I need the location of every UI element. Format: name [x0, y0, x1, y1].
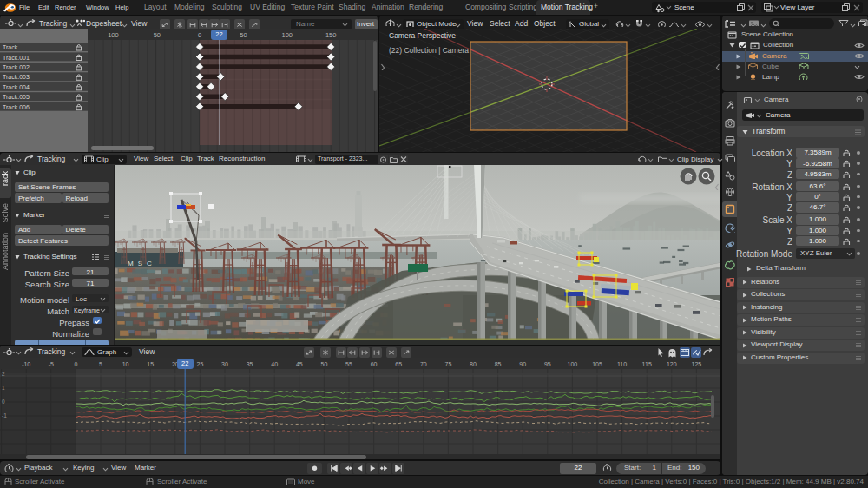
svg-text:70: 70 [420, 361, 427, 367]
svg-text:Track.004: Track.004 [3, 84, 30, 90]
svg-text:65: 65 [395, 361, 402, 367]
svg-text:-10: -10 [22, 361, 30, 367]
svg-text:Track.002: Track.002 [3, 64, 30, 70]
svg-text:1: 1 [2, 385, 5, 391]
svg-text:100: 100 [568, 361, 578, 367]
svg-text:25: 25 [197, 361, 204, 367]
svg-text:55: 55 [345, 361, 352, 367]
svg-text:115: 115 [642, 361, 652, 367]
svg-text:Track.006: Track.006 [3, 104, 30, 110]
svg-text:60: 60 [371, 361, 378, 367]
svg-text:0: 0 [2, 399, 5, 405]
svg-text:Track.001: Track.001 [3, 55, 30, 61]
svg-text:75: 75 [445, 361, 452, 367]
svg-text:30: 30 [221, 361, 228, 367]
svg-text:105: 105 [592, 361, 602, 367]
svg-text:Track.005: Track.005 [3, 94, 30, 100]
svg-text:45: 45 [296, 361, 303, 367]
svg-text:50: 50 [321, 361, 328, 367]
svg-text:10: 10 [122, 361, 129, 367]
svg-text:0: 0 [74, 361, 77, 367]
svg-text:5: 5 [99, 361, 102, 367]
svg-text:-5: -5 [49, 361, 54, 367]
svg-text:40: 40 [271, 361, 278, 367]
svg-text:120: 120 [667, 361, 677, 367]
svg-text:125: 125 [692, 361, 702, 367]
svg-text:85: 85 [495, 361, 502, 367]
svg-text:95: 95 [544, 361, 551, 367]
svg-text:Track.003: Track.003 [3, 74, 30, 80]
svg-text:80: 80 [470, 361, 477, 367]
svg-text:90: 90 [519, 361, 526, 367]
svg-text:35: 35 [247, 361, 253, 367]
svg-text:Track: Track [3, 44, 18, 50]
svg-text:-1: -1 [2, 412, 7, 419]
svg-text:15: 15 [147, 361, 154, 367]
svg-text:110: 110 [617, 361, 627, 367]
svg-text:MSC: MSC [128, 260, 156, 267]
